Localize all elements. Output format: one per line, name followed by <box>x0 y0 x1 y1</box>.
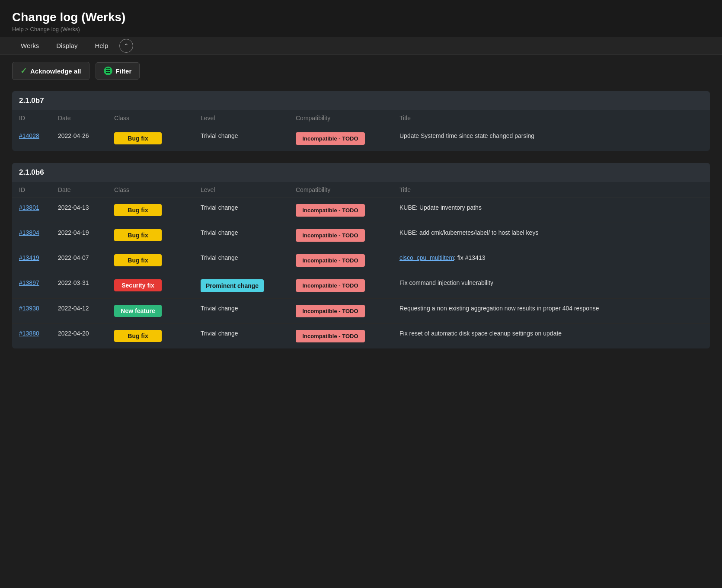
table-2-1-0b7: ID Date Class Level Compatibility Title … <box>12 110 710 151</box>
cell-level: Trivial change <box>194 126 289 151</box>
col-header-level: Level <box>194 182 289 198</box>
cell-title: KUBE: Update inventory paths <box>393 198 710 223</box>
werk-id-link[interactable]: #13880 <box>19 330 39 337</box>
page-title: Change log (Werks) <box>12 10 710 24</box>
page-header: Change log (Werks) Help > Change log (We… <box>0 0 722 37</box>
content-area: 2.1.0b7 ID Date Class Level Compatibilit… <box>0 87 722 378</box>
compat-badge: Incompatible - TODO <box>296 204 365 217</box>
werk-id-link[interactable]: #13801 <box>19 204 39 211</box>
cell-compat: Incompatible - TODO <box>289 248 393 273</box>
cell-id: #14028 <box>12 126 51 151</box>
table-row: #13419 2022-04-07 Bug fix Trivial change… <box>12 248 710 273</box>
class-badge-bugfix: Bug fix <box>114 254 162 266</box>
class-badge-newfeature: New feature <box>114 305 162 317</box>
compat-badge: Incompatible - TODO <box>296 254 365 267</box>
werk-id-link[interactable]: #13419 <box>19 254 39 261</box>
section-2-1-0b6: 2.1.0b6 ID Date Class Level Compatibilit… <box>12 163 710 348</box>
acknowledge-all-button[interactable]: ✓ Acknowledge all <box>12 62 89 80</box>
cell-compat: Incompatible - TODO <box>289 299 393 324</box>
cell-class: Security fix <box>107 273 194 299</box>
section-2-1-0b7: 2.1.0b7 ID Date Class Level Compatibilit… <box>12 91 710 151</box>
nav-item-werks[interactable]: Werks <box>12 37 48 54</box>
col-header-id: ID <box>12 110 51 126</box>
filter-icon: ☷ <box>104 67 112 75</box>
col-header-date: Date <box>51 110 107 126</box>
cell-class: Bug fix <box>107 324 194 349</box>
cell-title: Fix reset of automatic disk space cleanu… <box>393 324 710 349</box>
title-suffix: : fix #13413 <box>454 254 485 261</box>
col-header-date: Date <box>51 182 107 198</box>
compat-badge: Incompatible - TODO <box>296 330 365 342</box>
werk-id-link[interactable]: #13804 <box>19 229 39 236</box>
cell-class: Bug fix <box>107 223 194 248</box>
col-header-title: Title <box>393 182 710 198</box>
class-badge-bugfix: Bug fix <box>114 330 162 342</box>
cell-date: 2022-04-12 <box>51 299 107 324</box>
cell-title: cisco_cpu_multiitem: fix #13413 <box>393 248 710 273</box>
col-header-compat: Compatibility <box>289 182 393 198</box>
table-header-row: ID Date Class Level Compatibility Title <box>12 182 710 198</box>
cell-id: #13419 <box>12 248 51 273</box>
cell-id: #13804 <box>12 223 51 248</box>
cell-id: #13897 <box>12 273 51 299</box>
cell-date: 2022-04-20 <box>51 324 107 349</box>
nav-item-help[interactable]: Help <box>86 37 117 54</box>
werk-id-link[interactable]: #13897 <box>19 279 39 286</box>
cell-class: New feature <box>107 299 194 324</box>
cell-compat: Incompatible - TODO <box>289 324 393 349</box>
table-row: #13801 2022-04-13 Bug fix Trivial change… <box>12 198 710 223</box>
class-badge-bugfix: Bug fix <box>114 229 162 241</box>
table-row: #13897 2022-03-31 Security fix Prominent… <box>12 273 710 299</box>
cell-class: Bug fix <box>107 126 194 151</box>
table-2-1-0b6: ID Date Class Level Compatibility Title … <box>12 182 710 348</box>
cell-level: Trivial change <box>194 223 289 248</box>
cell-title: KUBE: add cmk/kubernetes/label/ to host … <box>393 223 710 248</box>
nav-bar: Werks Display Help ⌃ <box>0 37 722 55</box>
cell-class: Bug fix <box>107 198 194 223</box>
table-row: #13938 2022-04-12 New feature Trivial ch… <box>12 299 710 324</box>
cell-compat: Incompatible - TODO <box>289 223 393 248</box>
breadcrumb: Help > Change log (Werks) <box>12 26 710 32</box>
table-row: #14028 2022-04-26 Bug fix Trivial change… <box>12 126 710 151</box>
col-header-compat: Compatibility <box>289 110 393 126</box>
werk-id-link[interactable]: #13938 <box>19 305 39 312</box>
cell-level: Trivial change <box>194 324 289 349</box>
cell-compat: Incompatible - TODO <box>289 126 393 151</box>
section-header-2-1-0b6: 2.1.0b6 <box>12 163 710 182</box>
toolbar: ✓ Acknowledge all ☷ Filter <box>0 55 722 87</box>
class-badge-security: Security fix <box>114 279 162 291</box>
filter-label: Filter <box>116 67 132 75</box>
cell-level: Trivial change <box>194 248 289 273</box>
compat-badge: Incompatible - TODO <box>296 132 365 145</box>
cell-level: Trivial change <box>194 198 289 223</box>
cell-id: #13880 <box>12 324 51 349</box>
table-row: #13880 2022-04-20 Bug fix Trivial change… <box>12 324 710 349</box>
class-badge-bugfix: Bug fix <box>114 204 162 216</box>
table-row: #13804 2022-04-19 Bug fix Trivial change… <box>12 223 710 248</box>
col-header-id: ID <box>12 182 51 198</box>
cell-date: 2022-04-13 <box>51 198 107 223</box>
cell-title: Update Systemd time since state changed … <box>393 126 710 151</box>
cell-date: 2022-03-31 <box>51 273 107 299</box>
cell-id: #13801 <box>12 198 51 223</box>
compat-badge: Incompatible - TODO <box>296 229 365 242</box>
class-badge-bugfix: Bug fix <box>114 132 162 144</box>
col-header-class: Class <box>107 110 194 126</box>
compat-badge: Incompatible - TODO <box>296 305 365 317</box>
filter-button[interactable]: ☷ Filter <box>96 62 140 80</box>
cell-class: Bug fix <box>107 248 194 273</box>
collapse-icon[interactable]: ⌃ <box>119 39 133 53</box>
title-link[interactable]: cisco_cpu_multiitem <box>399 254 454 261</box>
compat-badge: Incompatible - TODO <box>296 279 365 292</box>
level-prominent-badge: Prominent change <box>201 279 264 292</box>
cell-title: Requesting a non existing aggregation no… <box>393 299 710 324</box>
cell-level: Trivial change <box>194 299 289 324</box>
col-header-class: Class <box>107 182 194 198</box>
cell-id: #13938 <box>12 299 51 324</box>
checkmark-icon: ✓ <box>20 66 27 76</box>
werk-id-link[interactable]: #14028 <box>19 132 39 139</box>
nav-item-display[interactable]: Display <box>48 37 86 54</box>
cell-level: Prominent change <box>194 273 289 299</box>
col-header-title: Title <box>393 110 710 126</box>
acknowledge-all-label: Acknowledge all <box>30 67 81 75</box>
